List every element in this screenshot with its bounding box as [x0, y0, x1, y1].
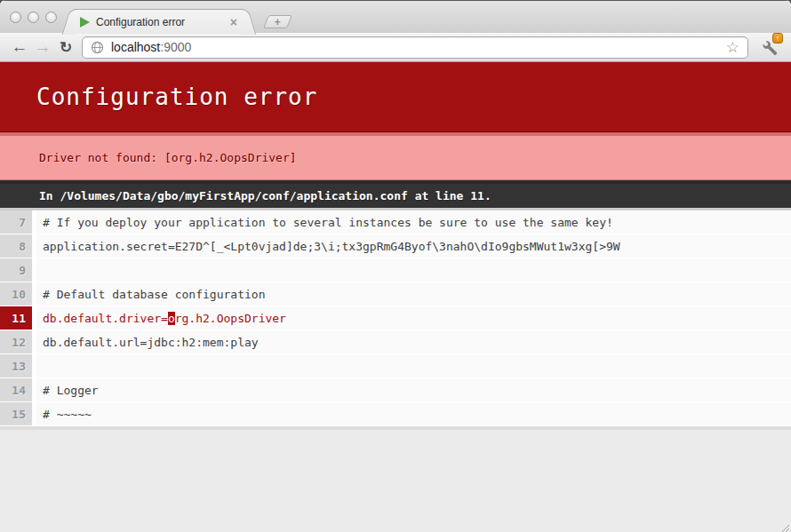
play-favicon-icon: [80, 17, 90, 28]
close-button[interactable]: [10, 12, 21, 23]
code-line: 7 # If you deploy your application to se…: [0, 210, 791, 234]
reload-icon: ↻: [60, 38, 72, 57]
code-line: 11 db.default.driver=org.h2.OopsDriver: [0, 306, 791, 330]
line-number: 15: [0, 402, 32, 425]
window-controls: [10, 12, 57, 23]
code-line: 15 # ~~~~~: [0, 402, 791, 425]
line-content: [36, 354, 791, 377]
forward-button[interactable]: →: [31, 36, 54, 59]
code-line: 13: [0, 354, 791, 377]
browser-window: Configuration error × + ← → ↻ localhost: [0, 0, 791, 532]
tab-configuration-error[interactable]: Configuration error ×: [73, 9, 245, 34]
browser-toolbar: ← → ↻ localhost:9000 ☆ ↑: [0, 33, 791, 62]
resize-grip[interactable]: [779, 520, 790, 531]
line-number: 10: [0, 282, 32, 306]
line-number: 13: [0, 354, 32, 377]
up-arrow-icon: ↑: [776, 34, 780, 43]
line-content: db.default.driver=org.h2.OopsDriver: [36, 306, 791, 330]
wrench-menu-button[interactable]: ↑: [755, 35, 783, 60]
code-block: 7 # If you deploy your application to se…: [0, 208, 791, 430]
reload-button[interactable]: ↻: [54, 36, 77, 59]
line-number: 7: [0, 210, 32, 234]
line-content: # ~~~~~: [36, 402, 791, 425]
update-badge: ↑: [772, 33, 783, 44]
back-arrow-icon: ←: [12, 37, 28, 57]
code-line: 8 application.secret=E27D^[_<Lpt0vjad]de…: [0, 234, 791, 258]
code-line: 12 db.default.url=jdbc:h2:mem:play: [0, 330, 791, 353]
line-content: application.secret=E27D^[_<Lpt0vjad]de;3…: [36, 234, 791, 258]
globe-icon[interactable]: [91, 41, 104, 54]
line-content: db.default.url=jdbc:h2:mem:play: [36, 330, 791, 353]
line-content: # Logger: [36, 378, 791, 401]
line-number: 9: [0, 258, 32, 282]
url-port: :9000: [160, 40, 191, 54]
line-content: [36, 258, 791, 282]
line-number: 8: [0, 234, 32, 258]
tab-title: Configuration error: [96, 16, 228, 28]
line-number: 11: [0, 306, 32, 330]
error-location: In /Volumes/Data/gbo/myFirstApp/conf/app…: [0, 180, 791, 208]
error-detail: Driver not found: [org.h2.OopsDriver]: [0, 132, 791, 180]
url-host: localhost: [111, 40, 160, 54]
tab-strip: Configuration error × +: [0, 0, 791, 33]
address-bar[interactable]: localhost:9000 ☆: [82, 36, 748, 59]
code-line: 9: [0, 258, 791, 282]
zoom-button[interactable]: [45, 12, 57, 23]
bookmark-star-icon[interactable]: ☆: [726, 40, 739, 55]
error-page: Configuration error Driver not found: [o…: [0, 62, 791, 532]
minimize-button[interactable]: [28, 12, 39, 23]
line-content: # If you deploy your application to seve…: [36, 210, 791, 234]
resize-grip-icon: [779, 521, 790, 532]
error-marker: o: [168, 312, 175, 325]
forward-arrow-icon: →: [35, 37, 52, 57]
code-line: 14 # Logger: [0, 378, 791, 401]
back-button[interactable]: ←: [8, 36, 31, 59]
line-content: # Default database configuration: [36, 282, 791, 306]
line-number: 12: [0, 330, 32, 353]
plus-icon: +: [275, 18, 281, 27]
line-number: 14: [0, 378, 32, 401]
tab-close-icon[interactable]: ×: [228, 16, 240, 28]
code-line: 10 # Default database configuration: [0, 282, 791, 306]
url-text[interactable]: localhost:9000: [111, 40, 191, 54]
page-title: Configuration error: [0, 62, 791, 132]
new-tab-button[interactable]: +: [263, 15, 292, 28]
